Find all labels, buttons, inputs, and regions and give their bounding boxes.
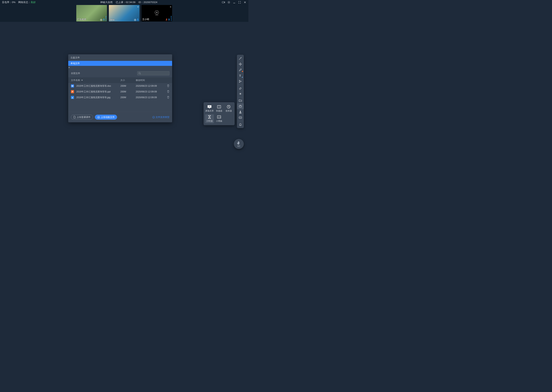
- popup-timer[interactable]: 计时器: [205, 114, 214, 123]
- svg-text:2+3: 2+3: [218, 116, 221, 118]
- tab-cloud-files[interactable]: 云盘文件: [68, 55, 172, 60]
- svg-line-15: [140, 74, 141, 74]
- fullscreen-icon[interactable]: [238, 1, 241, 4]
- side-toolbar: T: [237, 55, 244, 128]
- tool-text[interactable]: T: [237, 73, 244, 78]
- tab-local-files[interactable]: 本地文件: [68, 61, 172, 66]
- svg-point-29: [240, 118, 240, 118]
- search-icon: [138, 72, 141, 74]
- col-header-time[interactable]: 修改时间: [136, 79, 163, 82]
- elapsed-value: 02:34:09: [126, 1, 136, 4]
- minimize-icon[interactable]: [233, 1, 236, 4]
- mic-muted-icon: [166, 18, 167, 21]
- delete-icon[interactable]: [167, 97, 169, 99]
- tool-eraser[interactable]: [237, 85, 244, 91]
- upload-normal-button[interactable]: 上传普通课件: [71, 115, 93, 120]
- svg-rect-13: [169, 19, 169, 20]
- all-files-label: 全部文件: [71, 72, 80, 75]
- delete-icon[interactable]: [167, 91, 169, 93]
- dialog-close-icon[interactable]: ×: [68, 66, 170, 69]
- file-row[interactable]: W2019年工作汇报情况查询等等.doc 200M 2020/06/23 12:…: [68, 83, 172, 89]
- tool-folder[interactable]: [237, 98, 244, 103]
- file-row[interactable]: ▲2019年工作汇报情况查询等等.jpg 200M 2020/06/23 12:…: [68, 95, 172, 100]
- tile-close-icon[interactable]: ×: [170, 5, 171, 8]
- raise-hand-button[interactable]: 0/2: [234, 139, 244, 149]
- volume-bars-icon: [106, 16, 106, 21]
- popup-buzzer[interactable]: 抢答器: [224, 104, 233, 113]
- svg-point-7: [135, 20, 136, 20]
- participant-name: 王小明: [142, 18, 149, 21]
- search-input[interactable]: [142, 72, 168, 74]
- net-status-value: 良好: [31, 1, 36, 4]
- svg-point-1: [228, 2, 229, 3]
- svg-rect-8: [138, 19, 138, 20]
- tools-popup: 屏幕共享 AB✓✗ 答题器 抢答器 计时器 2+3 小黑板: [203, 102, 235, 125]
- filetype-icon: W: [71, 84, 74, 87]
- play-circle-icon: [97, 116, 100, 119]
- indicator-dot: [242, 77, 243, 78]
- col-header-size[interactable]: 大小: [120, 79, 136, 82]
- tool-chat[interactable]: [237, 115, 244, 121]
- file-name: 2019年工作汇报情况查询等等.ppt: [76, 90, 111, 93]
- popup-blackboard[interactable]: 2+3 小黑板: [215, 114, 224, 123]
- camera-icon: [134, 19, 136, 21]
- svg-point-4: [101, 20, 102, 20]
- video-tile[interactable]: × Nina: [109, 5, 139, 21]
- file-time: 2020/06/23 12:09:09: [136, 90, 163, 93]
- svg-rect-5: [103, 19, 104, 20]
- info-icon: [152, 116, 155, 119]
- svg-point-30: [241, 118, 241, 118]
- svg-rect-32: [209, 108, 210, 108]
- upload-dynamic-button[interactable]: 上传动效文件: [95, 115, 117, 120]
- tile-close-icon[interactable]: ×: [137, 5, 139, 8]
- popup-answer[interactable]: AB✓✗ 答题器: [215, 104, 224, 113]
- participant-name: Nina: [110, 18, 114, 21]
- tool-scissors[interactable]: [237, 78, 244, 84]
- filetype-icon: P: [71, 90, 74, 93]
- tool-toolbox[interactable]: [237, 103, 244, 109]
- camera-icon: [100, 19, 102, 21]
- svg-point-19: [153, 116, 154, 117]
- tool-move[interactable]: [237, 61, 244, 67]
- file-time: 2020/06/23 12:09:09: [136, 84, 163, 87]
- file-row[interactable]: P2019年工作汇报情况查询等等.ppt 200M 2020/06/23 12:…: [68, 89, 172, 95]
- svg-point-20: [239, 59, 240, 60]
- supported-types-link[interactable]: 文件支持类型: [152, 116, 169, 119]
- camera-switch-icon[interactable]: [222, 1, 225, 4]
- filetype-icon: ▲: [71, 96, 74, 99]
- svg-point-26: [240, 111, 241, 112]
- tool-bell[interactable]: [237, 122, 244, 127]
- camera-off-icon: [153, 9, 161, 17]
- svg-point-14: [139, 72, 140, 74]
- net-status-label: 网络状态：: [18, 1, 31, 4]
- settings-icon[interactable]: [227, 1, 230, 4]
- file-size: 200M: [120, 90, 136, 93]
- file-name: 2019年工作汇报情况查询等等.jpg: [76, 96, 110, 99]
- svg-text:✓: ✓: [218, 107, 219, 108]
- indicator-dot: [242, 71, 243, 72]
- mic-icon: [137, 18, 139, 21]
- tool-profile[interactable]: [237, 109, 244, 115]
- tool-pen[interactable]: [237, 67, 244, 73]
- room-title: 神秘大自然: [100, 0, 113, 4]
- close-icon[interactable]: [243, 1, 247, 4]
- hand-icon: [237, 141, 241, 145]
- room-id-value: 2020070324: [144, 1, 157, 4]
- tool-brightness[interactable]: [237, 91, 244, 97]
- file-name: 2019年工作汇报情况查询等等.doc: [76, 84, 111, 88]
- svg-point-23: [239, 82, 240, 83]
- document-icon: [73, 116, 76, 119]
- delete-icon[interactable]: [167, 85, 169, 88]
- search-input-wrap[interactable]: [137, 71, 169, 75]
- elapsed-label: 已上课：: [116, 1, 126, 4]
- popup-screen-share[interactable]: 屏幕共享: [205, 104, 214, 113]
- sort-desc-icon: [81, 80, 83, 81]
- col-header-name[interactable]: 文件名称: [71, 79, 120, 82]
- svg-text:T: T: [239, 74, 241, 77]
- file-time: 2020/06/23 12:09:09: [136, 96, 163, 99]
- video-tile[interactable]: 叮当老师: [76, 5, 107, 21]
- volume-bars-icon: [171, 16, 171, 21]
- video-tile[interactable]: × 王小明: [141, 5, 172, 21]
- participant-name: 叮当老师: [77, 18, 86, 21]
- tool-laser-pointer[interactable]: [237, 56, 244, 61]
